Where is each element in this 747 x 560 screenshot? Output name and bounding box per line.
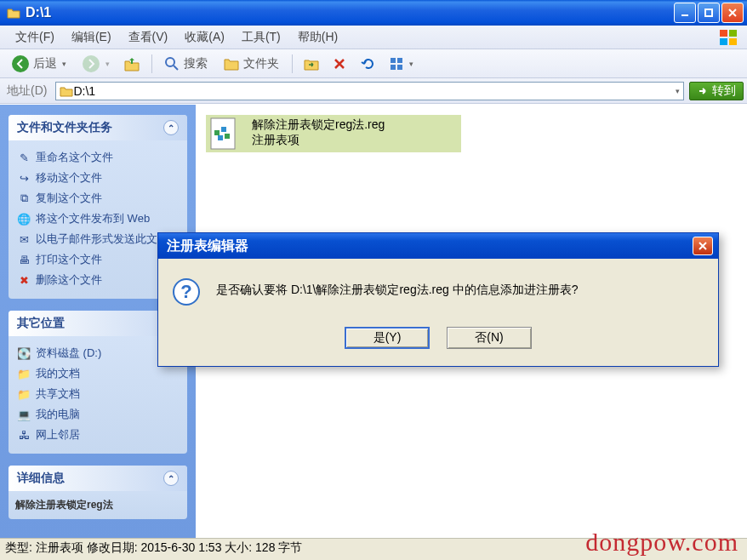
rename-icon: ✎	[17, 151, 31, 164]
dialog-yes-button[interactable]: 是(Y)	[345, 327, 430, 349]
back-button[interactable]: 后退 ▾	[5, 52, 74, 76]
svg-rect-14	[214, 130, 220, 135]
chevron-down-icon: ▾	[62, 60, 66, 68]
task-label: 以电子邮件形式发送此文件	[36, 231, 168, 247]
svg-rect-12	[397, 65, 402, 70]
folder-icon: 📁	[17, 367, 31, 380]
network-icon: 🖧	[17, 428, 31, 442]
task-label: 资料磁盘 (D:)	[36, 346, 101, 361]
place-shared[interactable]: 📁共享文档	[15, 384, 180, 404]
task-label: 我的电脑	[36, 407, 80, 422]
place-datadisk[interactable]: 💽资料磁盘 (D:)	[15, 343, 180, 363]
address-input-wrapper[interactable]: ▾	[55, 82, 684, 100]
menu-edit[interactable]: 编辑(E)	[63, 27, 120, 48]
minimize-button[interactable]	[674, 3, 696, 23]
views-button[interactable]: ▾	[383, 54, 419, 74]
watermark: dongpow.com	[585, 528, 738, 557]
toolbar-separator	[151, 54, 152, 73]
menu-help[interactable]: 帮助(H)	[289, 27, 346, 48]
back-label: 后退	[33, 56, 57, 71]
move-to-button[interactable]	[298, 54, 325, 74]
folder-icon	[7, 6, 20, 20]
dialog-message: 是否确认要将 D:\1\解除注册表锁定reg法.reg 中的信息添加进注册表?	[216, 277, 579, 298]
menu-tools[interactable]: 工具(T)	[233, 27, 289, 48]
computer-icon: 💻	[17, 408, 31, 421]
folder-up-icon	[123, 55, 140, 72]
search-button[interactable]: 搜索	[157, 53, 215, 75]
svg-rect-16	[218, 135, 223, 140]
chevron-down-icon: ▾	[409, 60, 413, 68]
forward-icon	[82, 54, 100, 73]
dialog-title-bar: 注册表编辑器	[158, 233, 718, 259]
dialog-title: 注册表编辑器	[167, 237, 693, 255]
up-button[interactable]	[117, 53, 146, 75]
svg-rect-5	[729, 38, 737, 45]
place-mycomputer[interactable]: 💻我的电脑	[15, 404, 180, 425]
task-rename[interactable]: ✎重命名这个文件	[15, 147, 180, 168]
svg-rect-15	[221, 127, 226, 132]
details-header[interactable]: 详细信息 ⌃	[9, 466, 187, 491]
collapse-icon[interactable]: ⌃	[163, 471, 179, 486]
svg-rect-4	[720, 38, 727, 45]
task-label: 网上邻居	[36, 427, 80, 443]
collapse-icon[interactable]: ⌃	[163, 120, 179, 135]
task-email[interactable]: ✉以电子邮件形式发送此文件	[15, 229, 180, 249]
task-copy[interactable]: ⧉复制这个文件	[15, 188, 180, 209]
windows-logo-icon	[716, 27, 740, 48]
place-network[interactable]: 🖧网上邻居	[15, 425, 180, 445]
task-header-label: 其它位置	[17, 316, 65, 331]
file-tasks-header[interactable]: 文件和文件夹任务 ⌃	[9, 115, 187, 140]
title-bar: D:\1	[0, 0, 747, 26]
delete-button[interactable]	[327, 54, 352, 73]
back-icon	[11, 54, 30, 73]
task-delete[interactable]: ✖删除这个文件	[15, 270, 180, 290]
close-button[interactable]	[721, 3, 744, 23]
svg-point-6	[12, 55, 29, 72]
svg-point-8	[166, 58, 174, 66]
task-label: 我的文档	[36, 366, 80, 381]
task-header-label: 详细信息	[17, 471, 65, 486]
forward-button[interactable]: ▾	[76, 52, 116, 76]
menu-file[interactable]: 文件(F)	[7, 27, 63, 48]
dialog-close-button[interactable]	[693, 237, 713, 255]
svg-rect-2	[720, 30, 727, 37]
task-publish[interactable]: 🌐将这个文件发布到 Web	[15, 209, 180, 229]
reg-file-icon	[206, 115, 243, 152]
task-label: 共享文档	[36, 386, 80, 402]
file-item[interactable]: 解除注册表锁定reg法.reg 注册表项	[206, 115, 461, 152]
file-name: 解除注册表锁定reg法.reg	[252, 117, 385, 132]
task-move[interactable]: ↪移动这个文件	[15, 168, 180, 188]
disk-icon: 💽	[17, 346, 31, 360]
menu-favorites[interactable]: 收藏(A)	[176, 27, 233, 48]
task-label: 将这个文件发布到 Web	[36, 211, 150, 226]
go-button[interactable]: 转到	[689, 82, 744, 100]
place-mydocs[interactable]: 📁我的文档	[15, 363, 180, 384]
svg-text:?: ?	[180, 281, 191, 302]
delete-x-icon	[333, 57, 346, 71]
status-text: 类型: 注册表项 修改日期: 2015-6-30 1:53 大小: 128 字节	[5, 540, 302, 556]
chevron-down-icon: ▾	[105, 60, 110, 68]
address-bar: 地址(D) ▾ 转到	[0, 78, 747, 104]
move-icon: ↪	[17, 171, 31, 185]
svg-rect-3	[729, 30, 737, 37]
delete-icon: ✖	[17, 273, 31, 287]
dialog-no-button[interactable]: 否(N)	[447, 327, 532, 349]
views-icon	[389, 56, 404, 71]
folders-button[interactable]: 文件夹	[217, 53, 287, 75]
address-input[interactable]	[73, 84, 674, 98]
toolbar: 后退 ▾ ▾ 搜索 文件夹 ▾	[0, 49, 747, 78]
chevron-down-icon[interactable]: ▾	[676, 87, 680, 95]
toolbar-separator	[292, 54, 293, 73]
go-arrow-icon	[697, 85, 709, 97]
svg-point-7	[83, 55, 100, 72]
undo-button[interactable]	[354, 54, 381, 74]
task-label: 删除这个文件	[36, 272, 102, 288]
task-print[interactable]: 🖶打印这个文件	[15, 249, 180, 270]
folders-label: 文件夹	[243, 56, 279, 71]
svg-rect-17	[225, 134, 230, 139]
menu-view[interactable]: 查看(V)	[120, 27, 177, 48]
search-icon	[163, 55, 180, 72]
maximize-button[interactable]	[698, 3, 720, 23]
task-label: 移动这个文件	[36, 170, 102, 186]
undo-icon	[360, 56, 375, 71]
